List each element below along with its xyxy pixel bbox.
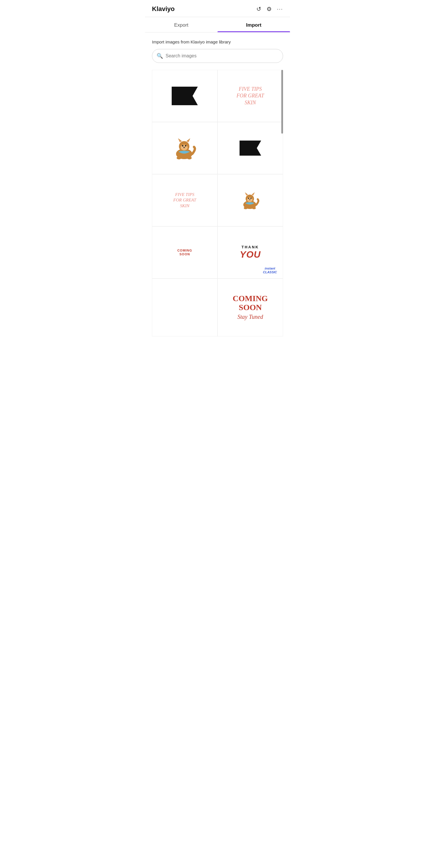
more-icon[interactable]: ···	[277, 6, 283, 12]
list-item[interactable]	[152, 279, 218, 337]
search-container: 🔍	[152, 49, 283, 63]
tab-import[interactable]: Import	[218, 17, 290, 32]
thank-you-text: THANK YOU	[240, 245, 261, 260]
main-content: Import images from Klaviyo image library…	[145, 32, 290, 337]
list-item[interactable]: COMINGSOON Stay Tuned	[218, 279, 283, 337]
instant-classic-badge: instantCLASSIC	[263, 267, 277, 274]
scrollbar-track[interactable]	[281, 70, 283, 337]
flag-icon-small	[239, 141, 261, 156]
svg-point-21	[249, 199, 251, 200]
list-item[interactable]: FIVE TIPSFOR GREATSKIN	[152, 174, 218, 226]
flag-icon-large	[172, 87, 198, 105]
image-grid: FIVE TIPSFOR GREATSKIN	[152, 70, 283, 337]
five-tips-text-large: FIVE TIPSFOR GREATSKIN	[237, 86, 264, 106]
app-title: Klaviyo	[152, 5, 175, 13]
app-header: Klaviyo ↺ ⚙ ···	[145, 0, 290, 17]
dog-image-small	[239, 190, 262, 210]
list-item[interactable]: FIVE TIPSFOR GREATSKIN	[218, 70, 283, 122]
list-item[interactable]	[152, 122, 218, 174]
settings-icon[interactable]: ⚙	[266, 5, 272, 12]
list-item[interactable]: COMINGSOON	[152, 226, 218, 279]
coming-soon-small-text: COMINGSOON	[177, 249, 192, 256]
tab-bar: Export Import	[145, 17, 290, 32]
section-description: Import images from Klaviyo image library	[152, 39, 283, 44]
search-icon: 🔍	[156, 53, 163, 59]
svg-point-19	[248, 198, 249, 199]
list-item[interactable]	[218, 174, 283, 226]
five-tips-text-small: FIVE TIPSFOR GREATSKIN	[173, 192, 196, 209]
svg-point-23	[252, 207, 256, 209]
list-item[interactable]	[152, 70, 218, 122]
tab-export[interactable]: Export	[145, 17, 218, 32]
svg-point-9	[183, 147, 185, 148]
list-item[interactable]	[218, 122, 283, 174]
dog-image-large	[170, 136, 199, 160]
image-grid-wrapper: FIVE TIPSFOR GREATSKIN	[152, 70, 283, 337]
search-input[interactable]	[152, 49, 283, 63]
list-item[interactable]: THANK YOU instantCLASSIC	[218, 226, 283, 279]
svg-point-8	[185, 145, 186, 146]
svg-point-22	[244, 207, 248, 209]
coming-soon-large-text: COMINGSOON Stay Tuned	[233, 294, 268, 321]
svg-point-20	[250, 198, 252, 199]
svg-point-11	[187, 156, 192, 159]
svg-point-10	[177, 156, 181, 159]
header-icon-group: ↺ ⚙ ···	[256, 5, 283, 12]
scrollbar-thumb[interactable]	[281, 70, 283, 134]
svg-point-7	[182, 145, 183, 146]
refresh-icon[interactable]: ↺	[256, 5, 261, 12]
